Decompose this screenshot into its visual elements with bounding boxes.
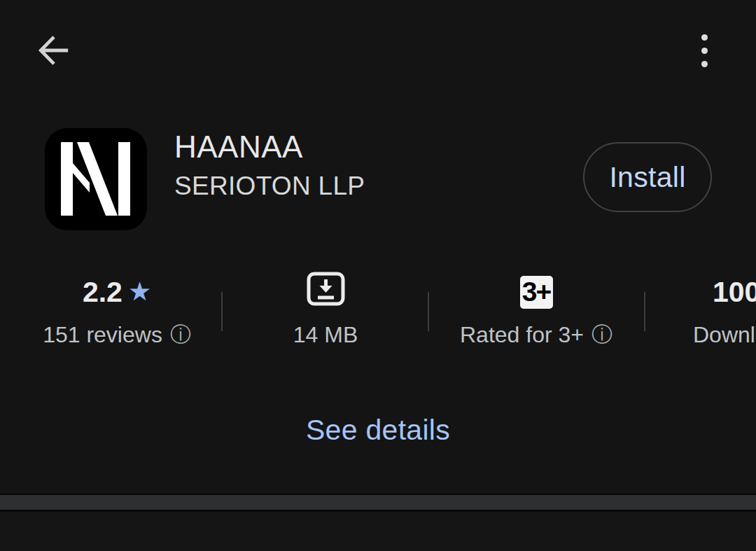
app-name: HAANAA xyxy=(174,130,303,164)
info-icon[interactable]: ⓘ xyxy=(592,324,612,345)
bottom-sheet-surface xyxy=(0,512,756,551)
rating-value: 2.2 xyxy=(83,276,122,309)
content-rating-stat: 3+ Rated for 3+ ⓘ xyxy=(452,274,620,347)
kebab-menu-icon xyxy=(701,34,708,67)
stats-divider xyxy=(221,292,223,331)
rating-stat: 2.2 ★ 151 reviews ⓘ xyxy=(33,274,201,347)
stats-divider xyxy=(644,292,645,331)
content-rating-label: Rated for 3+ xyxy=(460,322,584,348)
downloads-label: Downl xyxy=(693,322,755,348)
install-button-label: Install xyxy=(609,161,685,194)
reviews-count-label: 151 reviews xyxy=(43,322,162,348)
back-button[interactable] xyxy=(35,32,73,71)
info-icon[interactable]: ⓘ xyxy=(170,324,191,345)
app-icon xyxy=(45,128,147,230)
downloads-stat: 100 Downl xyxy=(692,274,756,347)
app-logo-monogram-icon xyxy=(45,127,147,232)
download-size-icon xyxy=(307,272,345,313)
app-size-label: 14 MB xyxy=(293,322,358,348)
more-options-button[interactable] xyxy=(692,31,717,70)
size-stat: 14 MB xyxy=(241,274,410,347)
install-button[interactable]: Install xyxy=(583,142,712,212)
age-rating-badge-text: 3+ xyxy=(522,277,550,307)
star-icon: ★ xyxy=(128,279,151,305)
see-details-link[interactable]: See details xyxy=(0,413,756,447)
see-details-label: See details xyxy=(306,414,450,447)
downloads-value: 100 xyxy=(713,276,756,309)
developer-name[interactable]: SERIOTON LLP xyxy=(174,171,365,202)
back-arrow-icon xyxy=(38,34,70,70)
stats-divider xyxy=(428,292,429,331)
bottom-sheet-edge xyxy=(0,495,756,510)
age-rating-badge: 3+ xyxy=(520,276,553,309)
